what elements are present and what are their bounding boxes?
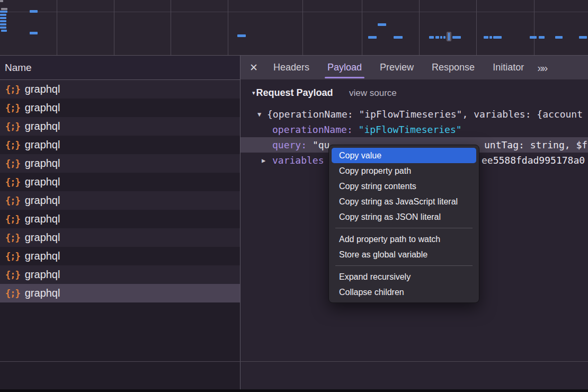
devtools-network-panel: Name {;}graphql{;}graphql{;}graphql{;}gr…	[0, 0, 588, 392]
menu-item-copy-property-path[interactable]: Copy property path	[332, 163, 476, 179]
menu-separator	[335, 228, 473, 228]
request-name: graphql	[25, 139, 60, 151]
menu-item-store-as-global-variable[interactable]: Store as global variable	[332, 247, 476, 262]
request-name: graphql	[25, 213, 60, 225]
view-source-link[interactable]: view source	[349, 88, 397, 99]
json-braces-icon: {;}	[5, 84, 20, 95]
request-row[interactable]: {;}graphql	[0, 80, 240, 99]
json-braces-icon: {;}	[5, 103, 20, 113]
request-timeline-bar[interactable]	[0, 23, 6, 25]
request-list-panel: Name {;}graphql{;}graphql{;}graphql{;}gr…	[0, 56, 240, 389]
panel-divider[interactable]	[240, 55, 240, 389]
json-braces-icon: {;}	[5, 121, 20, 132]
request-timeline-bar[interactable]	[435, 36, 439, 39]
request-timeline-bar[interactable]	[579, 36, 587, 39]
request-timeline-bar[interactable]	[493, 36, 502, 39]
request-timeline-bar[interactable]	[0, 14, 6, 16]
operation-name-row[interactable]: operationName: "ipFlowTimeseries"	[240, 122, 588, 137]
request-timeline-bar[interactable]	[539, 36, 545, 39]
request-row[interactable]: {;}graphql	[0, 247, 240, 265]
overview-gridline	[302, 0, 303, 55]
request-payload-title[interactable]: ▾ Request Payload	[252, 87, 333, 99]
request-row[interactable]: {;}graphql	[0, 117, 240, 136]
request-timeline-bar[interactable]	[0, 20, 6, 22]
request-name: graphql	[25, 194, 60, 207]
tab-initiator[interactable]: Initiator	[484, 56, 533, 79]
more-tabs-icon[interactable]: »»	[537, 61, 546, 74]
payload-root-row[interactable]: ▼ {operationName: "ipFlowTimeseries", va…	[240, 106, 588, 122]
request-timeline-bar[interactable]	[30, 32, 38, 34]
request-row[interactable]: {;}graphql	[0, 191, 240, 210]
expanded-arrow-icon[interactable]: ▼	[257, 107, 261, 122]
network-overview[interactable]	[0, 0, 588, 56]
request-name: graphql	[25, 176, 60, 188]
tab-headers[interactable]: Headers	[264, 56, 318, 79]
request-name: graphql	[25, 287, 60, 299]
request-timeline-bar[interactable]	[237, 34, 246, 37]
menu-item-add-property-path-to-watch[interactable]: Add property path to watch	[332, 231, 476, 247]
request-payload-label: Request Payload	[256, 87, 333, 99]
context-menu: Copy valueCopy property pathCopy string …	[328, 145, 479, 303]
menu-item-collapse-children[interactable]: Collapse children	[332, 284, 476, 300]
request-timeline-bar[interactable]	[0, 0, 3, 2]
close-icon[interactable]: ✕	[250, 61, 258, 74]
request-name: graphql	[25, 157, 60, 170]
details-tab-bar: ✕ HeadersPayloadPreviewResponseInitiator…	[240, 56, 588, 79]
timeline-marker[interactable]	[447, 32, 451, 41]
request-timeline-bar[interactable]	[452, 36, 461, 39]
menu-item-copy-string-as-json-literal[interactable]: Copy string as JSON literal	[332, 209, 476, 225]
property-key: variables	[272, 155, 324, 166]
menu-item-expand-recursively[interactable]: Expand recursively	[332, 269, 476, 284]
collapsed-arrow-icon[interactable]: ▶	[262, 153, 265, 168]
overview-gridline	[476, 0, 477, 55]
request-name: graphql	[25, 269, 60, 281]
request-timeline-bar[interactable]	[484, 36, 488, 39]
request-timeline-bar[interactable]	[555, 36, 563, 39]
property-value: "ipFlowTimeseries"	[359, 124, 462, 135]
property-key: query:	[272, 139, 307, 150]
request-timeline-bar[interactable]	[443, 36, 446, 39]
json-braces-icon: {;}	[5, 251, 20, 262]
overview-gridline	[534, 0, 534, 55]
request-timeline-bar[interactable]	[378, 23, 386, 26]
request-timeline-bar[interactable]	[368, 36, 377, 39]
request-row[interactable]: {;}graphql	[0, 154, 240, 173]
request-timeline-bar[interactable]	[429, 36, 434, 39]
tab-preview[interactable]: Preview	[371, 56, 423, 79]
tab-response[interactable]: Response	[423, 56, 484, 79]
timeline-marker-line	[448, 33, 450, 40]
request-timeline-bar[interactable]	[0, 17, 6, 19]
name-column-header[interactable]: Name	[0, 56, 240, 80]
menu-item-copy-string-as-javascript-literal[interactable]: Copy string as JavaScript literal	[332, 194, 476, 209]
request-row[interactable]: {;}graphql	[0, 265, 240, 284]
request-timeline-bar[interactable]	[0, 26, 6, 29]
request-row[interactable]: {;}graphql	[0, 136, 240, 154]
request-name: graphql	[25, 231, 60, 244]
request-timeline-bar[interactable]	[440, 36, 442, 39]
footer-divider	[0, 361, 588, 362]
request-row[interactable]: {;}graphql	[0, 210, 240, 228]
menu-item-copy-string-contents[interactable]: Copy string contents	[332, 179, 476, 194]
overview-gridline	[57, 0, 57, 55]
json-braces-icon: {;}	[5, 270, 20, 280]
request-timeline-bar[interactable]	[0, 11, 7, 13]
property-key: operationName:	[272, 124, 353, 135]
name-column-label: Name	[5, 62, 32, 74]
request-row[interactable]: {;}graphql	[0, 228, 240, 247]
request-row[interactable]: {;}graphql	[0, 99, 240, 117]
request-row[interactable]: {;}graphql	[0, 284, 240, 302]
request-timeline-bar[interactable]	[394, 36, 403, 39]
overview-gridline	[228, 0, 228, 55]
request-timeline-bar[interactable]	[1, 30, 7, 32]
menu-item-copy-value[interactable]: Copy value	[332, 148, 476, 163]
request-timeline-bar[interactable]	[30, 10, 38, 13]
request-timeline-bar[interactable]	[1, 8, 7, 10]
request-timeline-bar[interactable]	[489, 36, 492, 39]
menu-separator	[335, 265, 473, 266]
tab-payload[interactable]: Payload	[318, 56, 371, 79]
request-name: graphql	[25, 120, 60, 132]
request-row[interactable]: {;}graphql	[0, 173, 240, 191]
request-timeline-bar[interactable]	[530, 36, 537, 39]
tab-strip: HeadersPayloadPreviewResponseInitiator	[264, 56, 533, 79]
property-value-left: "qu	[313, 139, 330, 150]
